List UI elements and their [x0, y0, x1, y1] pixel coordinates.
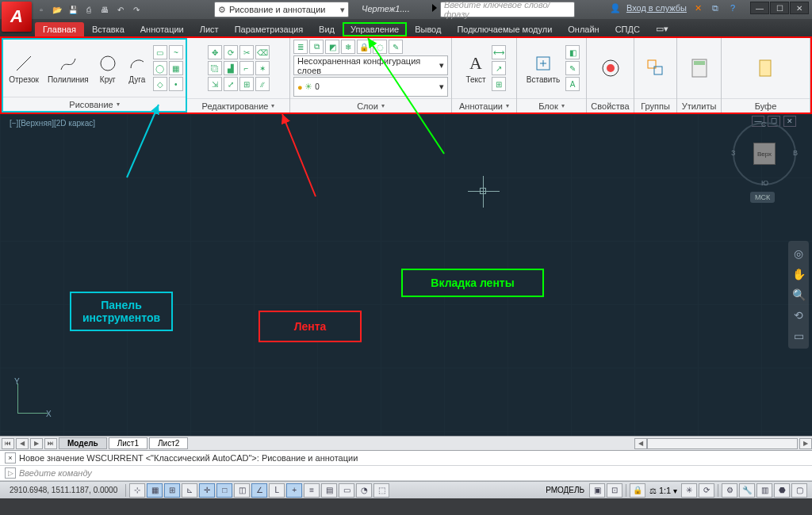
tool-arc[interactable]: Дуга	[124, 53, 151, 84]
exchange-x-icon[interactable]: ✕	[691, 2, 704, 14]
sb-annoauto-icon[interactable]: ⟳	[699, 483, 714, 498]
drawing-canvas[interactable]: [−][Верхняя][2D каркас] — ☐ ✕ YX Верх С …	[0, 114, 812, 436]
sb-tpy-icon[interactable]: ▤	[321, 483, 337, 498]
tool-move-icon[interactable]: ✥	[208, 45, 222, 59]
sb-qp-icon[interactable]: ▭	[339, 483, 354, 498]
sb-sc-icon[interactable]: ◔	[356, 483, 372, 498]
layer-iso-icon[interactable]: ◩	[325, 40, 339, 54]
tab-param[interactable]: Параметризация	[227, 22, 311, 36]
tool-dim-icon[interactable]: ⟷	[492, 45, 506, 59]
panel-block-title[interactable]: Блок▾	[517, 98, 586, 113]
sb-annoscale-icon[interactable]: 🔒	[630, 483, 645, 498]
tool-line[interactable]: Отрезок	[6, 53, 42, 84]
tool-erase-icon[interactable]: ⌫	[255, 45, 270, 59]
tool-spline-icon[interactable]: ~	[169, 45, 183, 59]
signin-link[interactable]: Вход в службы	[626, 3, 687, 13]
tab-insert[interactable]: Вставка	[84, 22, 132, 36]
user-icon[interactable]: 👤	[609, 2, 622, 14]
sb-3dosnap-icon[interactable]: ◫	[234, 483, 250, 498]
tool-offset-icon[interactable]: ⫽	[255, 77, 270, 91]
cmd-toggle-icon[interactable]: ×	[5, 452, 16, 464]
qa-open-icon[interactable]: 📂	[51, 3, 63, 16]
tool-edit-block-icon[interactable]: ✎	[565, 61, 580, 75]
sb-ws-icon[interactable]: ⚙	[722, 483, 737, 498]
tab-sheet2[interactable]: Лист2	[149, 437, 188, 449]
tab-model[interactable]: Модель	[59, 437, 107, 449]
viewcube-wcs[interactable]: МСК	[750, 192, 775, 203]
layer-lock-icon[interactable]: 🔒	[357, 40, 371, 54]
viewcube-face[interactable]: Верх	[753, 143, 776, 165]
tool-trim-icon[interactable]: ✂	[239, 45, 254, 59]
hscrollbar[interactable]	[647, 438, 798, 449]
panel-edit-title[interactable]: Редактирование▾	[187, 98, 289, 113]
panel-layers-title[interactable]: Слои▾	[290, 98, 451, 113]
tool-hatch-icon[interactable]: ▦	[169, 61, 183, 75]
nav-show-icon[interactable]: ▭	[794, 330, 804, 342]
panel-util-title[interactable]: Утилиты	[677, 98, 721, 113]
tool-leader-icon[interactable]: ↗	[492, 61, 506, 75]
sb-dyn-icon[interactable]: +	[286, 483, 302, 498]
tab-annotate[interactable]: Аннотации	[132, 22, 192, 36]
tab-plugins[interactable]: Подключаемые модули	[449, 22, 560, 36]
sb-ducs-icon[interactable]: L	[269, 483, 285, 498]
sb-am-icon[interactable]: ⬚	[373, 483, 389, 498]
maximize-button[interactable]: ☐	[770, 2, 789, 14]
tool-rotate-icon[interactable]: ⟳	[224, 45, 238, 59]
tool-rect-icon[interactable]: ▭	[153, 45, 167, 59]
tool-circle[interactable]: Круг	[94, 53, 121, 84]
nav-orbit-icon[interactable]: ⟲	[794, 309, 803, 322]
sb-ortho-icon[interactable]: ⊾	[182, 483, 197, 498]
tab-sheet1[interactable]: Лист1	[109, 437, 147, 449]
layer-current-combo[interactable]: ● ☀ 0▾	[293, 77, 448, 97]
tool-scale-icon[interactable]: ⤢	[224, 77, 238, 91]
tool-clipboard[interactable]	[753, 58, 779, 78]
nav-pan-icon[interactable]: ✋	[792, 268, 806, 280]
sb-iso-icon[interactable]: ⬣	[774, 483, 790, 498]
qa-saveas-icon[interactable]: ⎙	[82, 3, 95, 16]
tool-explode-icon[interactable]: ✶	[255, 61, 270, 75]
panel-clip-title[interactable]: Буфе	[722, 98, 810, 113]
tool-point-icon[interactable]: •	[169, 77, 183, 91]
app-logo[interactable]: A	[2, 2, 32, 32]
tool-properties[interactable]	[597, 58, 624, 78]
tab-last-icon[interactable]: ⏭	[44, 438, 57, 449]
qa-new-icon[interactable]: ▫	[35, 3, 48, 16]
panel-draw-title[interactable]: Рисование▾	[3, 97, 186, 111]
sb-hw-icon[interactable]: ▥	[756, 483, 772, 498]
help-icon[interactable]: ?	[726, 2, 739, 14]
qa-undo-icon[interactable]: ↶	[114, 3, 127, 16]
exchange-a-icon[interactable]: ⧉	[709, 2, 722, 14]
tab-main[interactable]: Главная	[35, 22, 84, 36]
tool-poly-icon[interactable]: ◇	[153, 77, 167, 91]
status-space[interactable]: РМОДЕЛЬ	[542, 486, 588, 494]
tab-view[interactable]: Вид	[311, 22, 343, 36]
tool-insert-block[interactable]: Вставить	[523, 53, 563, 84]
tab-sheet[interactable]: Лист	[192, 22, 227, 36]
layer-config-combo[interactable]: Несохраненная конфигурация слоев▾	[293, 55, 448, 75]
viewport-label[interactable]: [−][Верхняя][2D каркас]	[10, 119, 95, 128]
sb-infer-icon[interactable]: ⊹	[129, 483, 145, 498]
viewcube[interactable]: Верх С Ю В З МСК	[733, 122, 796, 185]
layer-off-icon[interactable]: ◌	[373, 40, 387, 54]
hscroll-left-icon[interactable]: ◀	[634, 438, 647, 449]
tool-utilities[interactable]	[686, 58, 713, 78]
sb-clean-icon[interactable]: ▢	[791, 483, 807, 498]
tab-prev-icon[interactable]: ◀	[16, 438, 29, 449]
tool-groups[interactable]	[642, 58, 669, 78]
sb-snap-icon[interactable]: ▦	[147, 483, 163, 498]
tool-copy-icon[interactable]: ⿻	[208, 61, 222, 75]
sb-osnap-icon[interactable]: □	[216, 483, 232, 498]
search-input[interactable]: Введите ключевое слово/фразу	[440, 2, 575, 17]
sb-otrack-icon[interactable]: ∠	[251, 483, 267, 498]
tool-text[interactable]: A Текст	[462, 53, 489, 84]
tool-table-icon[interactable]: ⊞	[492, 77, 506, 91]
tool-polyline[interactable]: Полилиния	[44, 53, 92, 84]
sb-polar-icon[interactable]: ✛	[199, 483, 215, 498]
sb-toolbar-icon[interactable]: 🔧	[739, 483, 755, 498]
tab-next-icon[interactable]: ▶	[30, 438, 43, 449]
tab-spds[interactable]: СПДС	[607, 22, 648, 36]
nav-zoom-icon[interactable]: 🔍	[792, 288, 806, 301]
tool-mirror-icon[interactable]: ▟	[224, 61, 238, 75]
tool-attr-icon[interactable]: A	[565, 77, 580, 91]
status-scale[interactable]: ⚖ 1:1 ▾	[647, 486, 680, 495]
